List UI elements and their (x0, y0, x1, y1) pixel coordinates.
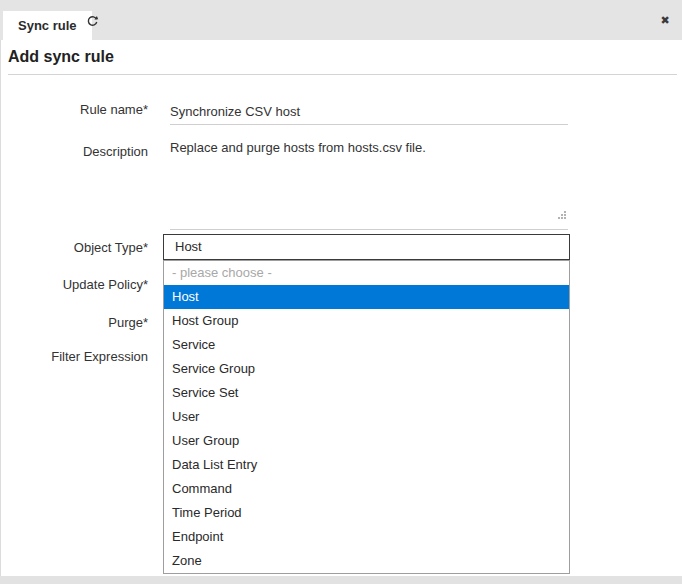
dropdown-option[interactable]: Service Group (164, 357, 569, 381)
dropdown-option[interactable]: Host (164, 285, 569, 309)
dropdown-option[interactable]: - please choose - (164, 261, 569, 285)
update-policy-label: Update Policy* (0, 277, 148, 292)
title-divider (8, 74, 677, 75)
object-type-label: Object Type* (0, 240, 148, 255)
object-type-select[interactable]: Host (163, 234, 570, 260)
bottom-scrollbar-track[interactable] (0, 576, 682, 584)
close-icon[interactable]: ✖ (655, 12, 675, 30)
filter-expression-label: Filter Expression (0, 349, 148, 364)
description-label: Description (0, 144, 148, 159)
left-edge-divider (0, 40, 1, 576)
rule-name-input[interactable] (170, 99, 568, 125)
dropdown-option[interactable]: Service Set (164, 381, 569, 405)
textarea-resize-grip[interactable] (564, 211, 566, 213)
dropdown-option[interactable]: Time Period (164, 501, 569, 525)
purge-label: Purge* (0, 315, 148, 330)
tab-bar: Sync rule ✖ (0, 0, 682, 40)
sync-rule-window: Sync rule ✖ Add sync rule Rule name* Des… (0, 0, 682, 584)
page-title: Add sync rule (8, 48, 114, 66)
dropdown-option[interactable]: Command (164, 477, 569, 501)
tab-sync-rule-label: Sync rule (18, 18, 77, 33)
dropdown-option[interactable]: Data List Entry (164, 453, 569, 477)
object-type-dropdown: - please choose -HostHost GroupServiceSe… (163, 260, 570, 574)
tab-sync-rule[interactable]: Sync rule (3, 11, 92, 40)
description-textarea[interactable]: Replace and purge hosts from hosts.csv f… (170, 136, 568, 230)
dropdown-option[interactable]: Zone (164, 549, 569, 573)
refresh-icon (86, 15, 99, 28)
dropdown-option[interactable]: User Group (164, 429, 569, 453)
dropdown-option[interactable]: Endpoint (164, 525, 569, 549)
refresh-button[interactable] (84, 13, 100, 29)
dropdown-option[interactable]: Host Group (164, 309, 569, 333)
dropdown-option[interactable]: Service (164, 333, 569, 357)
rule-name-label: Rule name* (0, 102, 148, 117)
dropdown-option[interactable]: User (164, 405, 569, 429)
